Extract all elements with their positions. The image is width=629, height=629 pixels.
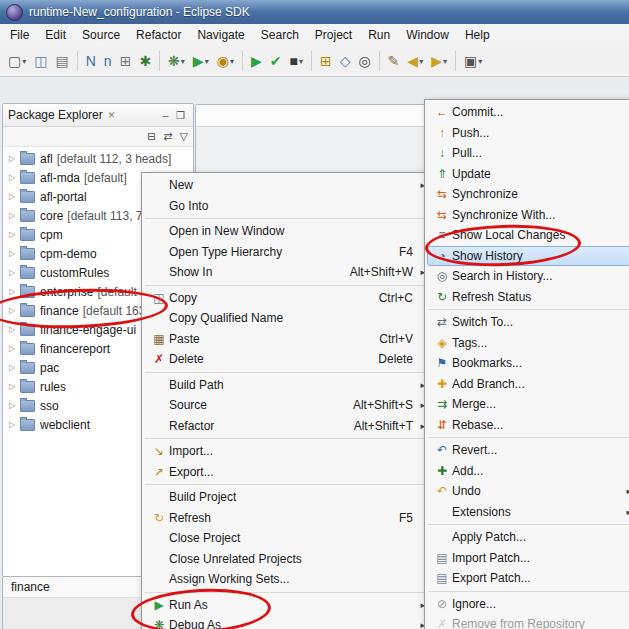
menu-item-new[interactable]: New▸ bbox=[144, 175, 429, 196]
menu-item-add[interactable]: ✚Add... bbox=[427, 461, 629, 482]
expand-arrow-icon[interactable]: ▷ bbox=[9, 192, 19, 201]
menu-item-apply-patch[interactable]: Apply Patch... bbox=[427, 527, 629, 548]
run-on-server-button[interactable]: ▶ bbox=[248, 49, 265, 73]
validate-button[interactable]: ✔ bbox=[267, 49, 285, 73]
menu-item-close-unrelated-projects[interactable]: Close Unrelated Projects bbox=[144, 549, 429, 570]
menu-item-ignore[interactable]: ⊘Ignore... bbox=[427, 594, 629, 615]
menu-item-import-patch[interactable]: ▤Import Patch... bbox=[427, 548, 629, 569]
save-button[interactable]: ◫ bbox=[31, 49, 50, 73]
expand-arrow-icon[interactable]: ▷ bbox=[9, 344, 19, 353]
menu-item-extensions[interactable]: Extensions▸ bbox=[427, 502, 629, 523]
expand-arrow-icon[interactable]: ▷ bbox=[9, 173, 19, 182]
menu-item-merge[interactable]: ⇉Merge... bbox=[427, 394, 629, 415]
menu-item-pull[interactable]: ↓Pull... bbox=[427, 143, 629, 164]
menu-item-build-path[interactable]: Build Path▸ bbox=[144, 375, 429, 396]
expand-arrow-icon[interactable]: ▷ bbox=[9, 325, 19, 334]
menu-item-import[interactable]: ↘Import... bbox=[144, 441, 429, 462]
expand-arrow-icon[interactable]: ▷ bbox=[9, 363, 19, 372]
menu-item-undo[interactable]: ↶Undo▸ bbox=[427, 481, 629, 502]
open-perspective-button[interactable]: ▣▾ bbox=[461, 49, 485, 73]
search-button[interactable]: ◎ bbox=[355, 49, 373, 73]
expand-arrow-icon[interactable]: ▷ bbox=[9, 401, 19, 410]
new-java-ee-project-button[interactable]: N bbox=[83, 49, 99, 73]
new-window-button[interactable]: ⊞ bbox=[117, 49, 135, 73]
menu-item-assign-working-sets[interactable]: Assign Working Sets... bbox=[144, 569, 429, 590]
expand-arrow-icon[interactable]: ▷ bbox=[9, 268, 19, 277]
menu-project[interactable]: Project bbox=[307, 25, 360, 45]
menu-item-rebase[interactable]: ⇵Rebase... bbox=[427, 415, 629, 436]
synchronize-icon: ⇆ bbox=[432, 188, 452, 200]
menu-item-synchronize-with[interactable]: ⇆Synchronize With... bbox=[427, 205, 629, 226]
menu-item-synchronize[interactable]: ⇆Synchronize bbox=[427, 184, 629, 205]
tree-item-afl[interactable]: ▷afl[default 112, 3 heads] bbox=[3, 149, 193, 168]
new-wizard-button[interactable]: ▢▾ bbox=[5, 49, 29, 73]
expand-arrow-icon[interactable]: ▷ bbox=[9, 382, 19, 391]
menu-item-show-in[interactable]: Show InAlt+Shift+W▸ bbox=[144, 262, 429, 283]
menu-item-delete[interactable]: ✗DeleteDelete bbox=[144, 349, 429, 370]
expand-arrow-icon[interactable]: ▷ bbox=[9, 154, 19, 163]
link-with-editor-icon[interactable]: ⇄ bbox=[163, 131, 172, 142]
menu-item-export-patch[interactable]: ▤Export Patch... bbox=[427, 568, 629, 589]
menu-item-build-project[interactable]: Build Project bbox=[144, 487, 429, 508]
menu-item-show-history[interactable]: ◔Show History bbox=[427, 246, 629, 267]
expand-arrow-icon[interactable]: ▷ bbox=[9, 420, 19, 429]
menu-item-refresh-status[interactable]: ↻Refresh Status bbox=[427, 287, 629, 308]
menu-file[interactable]: File bbox=[2, 25, 37, 45]
menu-item-show-local-changes[interactable]: ≡Show Local Changes bbox=[427, 225, 629, 246]
minimize-view-button[interactable]: – bbox=[158, 110, 173, 121]
bottom-view-tab[interactable]: finance bbox=[11, 580, 50, 594]
expand-arrow-icon[interactable]: ▷ bbox=[9, 287, 19, 296]
menu-edit[interactable]: Edit bbox=[37, 25, 74, 45]
menu-item-refactor[interactable]: RefactorAlt+Shift+T▸ bbox=[144, 416, 429, 437]
new-package-button[interactable]: ⊞ bbox=[317, 49, 335, 73]
menu-item-refresh[interactable]: ↻RefreshF5 bbox=[144, 508, 429, 529]
new-web-module-button[interactable]: n bbox=[101, 49, 115, 73]
debug-button[interactable]: ❋▾ bbox=[165, 49, 188, 73]
view-menu-icon[interactable]: ▽ bbox=[180, 131, 188, 142]
menu-item-commit[interactable]: ←Commit... bbox=[427, 102, 629, 123]
menu-item-add-branch[interactable]: ✚Add Branch... bbox=[427, 374, 629, 395]
menu-item-open-type-hierarchy[interactable]: Open Type HierarchyF4 bbox=[144, 242, 429, 263]
menu-item-copy[interactable]: ◫CopyCtrl+C bbox=[144, 288, 429, 309]
last-edit-location-button[interactable]: ✎ bbox=[385, 49, 403, 73]
menu-item-open-in-new-window[interactable]: Open in New Window bbox=[144, 221, 429, 242]
print-button[interactable]: ▤ bbox=[52, 49, 71, 73]
back-button[interactable]: ◀▾ bbox=[404, 49, 426, 73]
menu-item-update[interactable]: ⇑Update bbox=[427, 164, 629, 185]
menu-item-debug-as[interactable]: ❋Debug As▸ bbox=[144, 615, 429, 629]
menu-item-run-as[interactable]: ▶Run As▸ bbox=[144, 595, 429, 616]
toggle-breakpoints-button[interactable]: ✱ bbox=[136, 49, 154, 73]
stop-server-button[interactable]: ■▾ bbox=[286, 49, 305, 73]
profile-button[interactable]: ◉▾ bbox=[214, 49, 237, 73]
menu-navigate[interactable]: Navigate bbox=[189, 25, 252, 45]
open-type-button[interactable]: ◇ bbox=[337, 49, 354, 73]
expand-arrow-icon[interactable]: ▷ bbox=[9, 211, 19, 220]
menu-item-close-project[interactable]: Close Project bbox=[144, 528, 429, 549]
expand-arrow-icon[interactable]: ▷ bbox=[9, 249, 19, 258]
menu-run[interactable]: Run bbox=[360, 25, 398, 45]
menu-item-copy-qualified-name[interactable]: Copy Qualified Name bbox=[144, 308, 429, 329]
menu-item-go-into[interactable]: Go Into bbox=[144, 196, 429, 217]
menu-window[interactable]: Window bbox=[398, 25, 457, 45]
menu-item-search-in-history[interactable]: ◎Search in History... bbox=[427, 266, 629, 287]
package-explorer-tab[interactable]: Package Explorer bbox=[8, 108, 103, 122]
menu-item-export[interactable]: ↗Export... bbox=[144, 462, 429, 483]
expand-arrow-icon[interactable]: ▷ bbox=[9, 230, 19, 239]
menu-item-switch-to[interactable]: ⇄Switch To... bbox=[427, 312, 629, 333]
maximize-view-button[interactable]: ❐ bbox=[173, 110, 188, 121]
run-button[interactable]: ▶▾ bbox=[190, 49, 212, 73]
menu-help[interactable]: Help bbox=[457, 25, 498, 45]
menu-item-tags[interactable]: ◈Tags... bbox=[427, 333, 629, 354]
collapse-all-icon[interactable]: ⊟ bbox=[147, 131, 156, 142]
menu-source[interactable]: Source bbox=[74, 25, 128, 45]
menu-item-push[interactable]: ↑Push... bbox=[427, 123, 629, 144]
menu-refactor[interactable]: Refactor bbox=[128, 25, 189, 45]
menu-item-source[interactable]: SourceAlt+Shift+S▸ bbox=[144, 395, 429, 416]
menu-item-bookmarks[interactable]: ⚑Bookmarks... bbox=[427, 353, 629, 374]
expand-arrow-icon[interactable]: ▷ bbox=[9, 306, 19, 315]
menu-search[interactable]: Search bbox=[253, 25, 307, 45]
menu-item-paste[interactable]: ▦PasteCtrl+V bbox=[144, 329, 429, 350]
menu-item-revert[interactable]: ↶Revert... bbox=[427, 440, 629, 461]
forward-button[interactable]: ▶▾ bbox=[428, 49, 450, 73]
view-close-icon[interactable]: ✕ bbox=[108, 110, 116, 120]
